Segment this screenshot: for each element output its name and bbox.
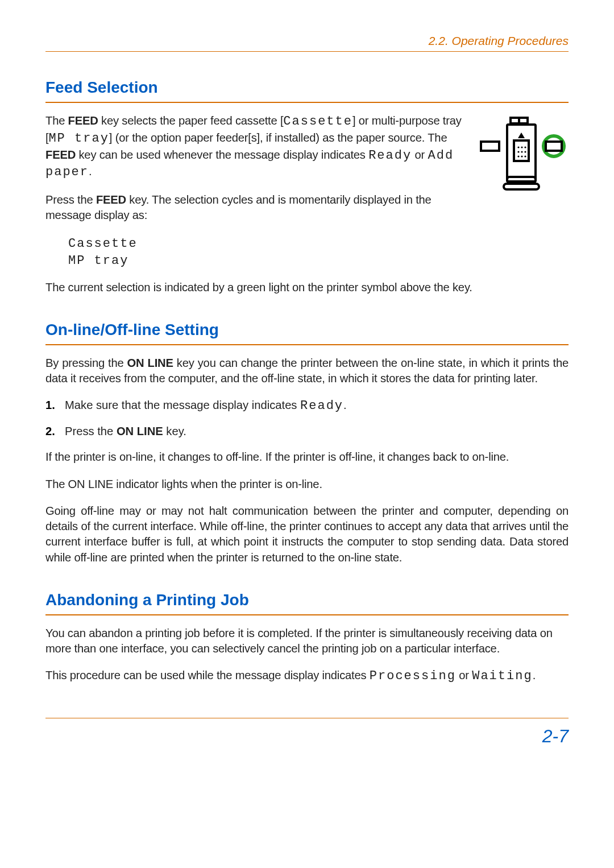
svg-point-12 — [521, 156, 522, 158]
list-item: 1. Make sure that the message display in… — [45, 398, 569, 415]
heading-feed-selection: Feed Selection — [45, 77, 569, 98]
printer-icon — [478, 115, 569, 195]
heading-abandon-job: Abandoning a Printing Job — [45, 589, 569, 611]
heading-rule — [45, 102, 569, 103]
lcd-line: MP tray — [68, 253, 569, 270]
page: 2.2. Operating Procedures Feed Selection… — [0, 0, 614, 868]
svg-rect-18 — [546, 142, 562, 151]
heading-rule — [45, 614, 569, 615]
paragraph: Press the FEED key. The selection cycles… — [45, 192, 463, 224]
lcd-text: Cassette — [283, 114, 352, 129]
key-name: ON LINE — [117, 425, 163, 437]
feed-text-column: The FEED key selects the paper feed cass… — [45, 113, 463, 234]
paragraph: This procedure can be used while the mes… — [45, 668, 569, 685]
list-text: Press the ON LINE key. — [65, 424, 186, 439]
page-number: 2-7 — [45, 724, 569, 749]
list-number: 2. — [45, 424, 59, 439]
list-item: 2. Press the ON LINE key. — [45, 424, 569, 439]
lcd-text: Ready — [300, 399, 343, 413]
key-name: FEED — [68, 114, 98, 127]
lcd-text: Ready — [368, 148, 412, 163]
svg-point-9 — [521, 151, 522, 153]
lcd-text: Waiting — [472, 669, 532, 683]
page-number-block: 2-7 — [45, 718, 569, 749]
svg-point-11 — [517, 156, 519, 158]
svg-marker-14 — [518, 133, 525, 138]
heading-rule — [45, 344, 569, 345]
svg-rect-0 — [481, 142, 499, 151]
svg-point-6 — [521, 147, 522, 148]
numbered-list: 1. Make sure that the message display in… — [45, 398, 569, 439]
svg-point-10 — [524, 151, 526, 153]
header-rule — [45, 51, 569, 52]
paragraph: The FEED key selects the paper feed cass… — [45, 113, 463, 181]
paragraph: The ON LINE indicator lights when the pr… — [45, 477, 569, 492]
section-online-offline: On-line/Off-line Setting By pressing the… — [45, 319, 569, 565]
running-header: 2.2. Operating Procedures — [45, 33, 569, 49]
section-feed-selection: Feed Selection The FEED key selects the … — [45, 77, 569, 295]
paragraph: Going off-line may or may not halt commu… — [45, 503, 569, 565]
page-number-rule — [45, 718, 569, 718]
list-text: Make sure that the message display indic… — [65, 398, 347, 415]
paragraph: By pressing the ON LINE key you can chan… — [45, 356, 569, 387]
heading-online-offline: On-line/Off-line Setting — [45, 319, 569, 341]
section-abandon-job: Abandoning a Printing Job You can abando… — [45, 589, 569, 685]
svg-rect-4 — [514, 140, 529, 161]
svg-point-8 — [517, 151, 519, 153]
lcd-line: Cassette — [68, 235, 569, 253]
printer-diagram — [478, 113, 569, 199]
svg-point-7 — [524, 147, 526, 148]
key-name: ON LINE — [127, 357, 173, 369]
svg-point-13 — [524, 156, 526, 158]
paragraph: You can abandon a printing job before it… — [45, 626, 569, 657]
lcd-text: MP tray — [48, 131, 109, 146]
svg-rect-15 — [504, 184, 539, 189]
lcd-display-lines: Cassette MP tray — [68, 235, 569, 269]
key-name: FEED — [96, 193, 126, 206]
list-number: 1. — [45, 398, 59, 413]
svg-rect-16 — [507, 177, 536, 183]
paragraph: The current selection is indicated by a … — [45, 280, 569, 295]
key-name: FEED — [45, 148, 76, 161]
svg-point-5 — [517, 147, 519, 148]
paragraph: If the printer is on-line, it changes to… — [45, 449, 569, 465]
lcd-text: Processing — [370, 669, 456, 683]
